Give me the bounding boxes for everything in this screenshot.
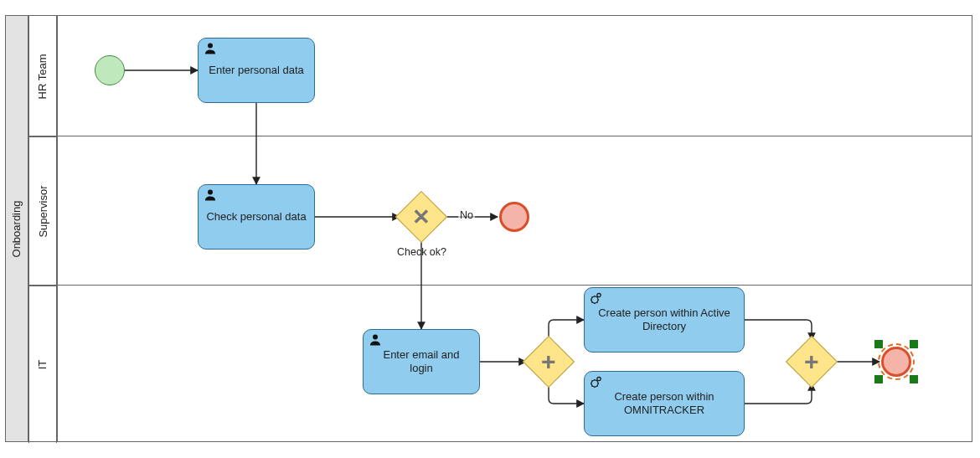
task-label: Check personal data (206, 210, 306, 224)
lane-labels: HR Team Supervisor IT (28, 15, 57, 442)
task-create-ad[interactable]: Create person within Active Directory (584, 287, 745, 353)
task-label: Create person within Active Directory (591, 306, 737, 334)
lane-separator-2 (28, 285, 972, 286)
task-label: Enter personal data (209, 64, 303, 77)
task-enter-personal-data[interactable]: Enter personal data (198, 38, 315, 103)
svg-point-3 (597, 377, 601, 380)
pool-name: Onboarding (11, 200, 23, 257)
end-event-supervisor[interactable] (499, 202, 529, 232)
end-event-it[interactable] (881, 347, 911, 377)
user-icon (204, 188, 217, 202)
user-icon (369, 333, 382, 347)
svg-point-0 (591, 296, 598, 303)
lane-hr-name: HR Team (37, 54, 49, 99)
flow-label-no: No (458, 209, 475, 221)
task-create-omni[interactable]: Create person within OMNITRACKER (584, 371, 745, 436)
lane-it[interactable]: IT (28, 286, 57, 443)
task-check-personal-data[interactable]: Check personal data (198, 184, 315, 250)
lane-supervisor-name: Supervisor (37, 185, 49, 237)
pool-label[interactable]: Onboarding (5, 15, 28, 442)
exclusive-mark-icon: ✕ (412, 206, 431, 228)
plus-mark-icon: + (541, 349, 556, 374)
lane-hr[interactable]: HR Team (28, 16, 57, 136)
bpmn-diagram: Onboarding HR Team Supervisor IT (0, 0, 980, 458)
lane-separator-1 (28, 136, 972, 136)
gateway-exclusive-label: Check ok? (390, 246, 453, 258)
svg-point-2 (591, 380, 598, 387)
user-icon (204, 42, 217, 55)
lane-it-name: IT (37, 360, 49, 370)
task-enter-email-login[interactable]: Enter email and login (363, 329, 480, 394)
svg-point-1 (597, 293, 601, 296)
service-icon (590, 375, 603, 389)
task-label: Create person within OMNITRACKER (591, 390, 737, 418)
lane-supervisor[interactable]: Supervisor (28, 136, 57, 286)
start-event[interactable] (95, 55, 125, 85)
plus-mark-icon: + (804, 349, 819, 374)
service-icon (590, 291, 603, 305)
task-label: Enter email and login (370, 348, 472, 376)
